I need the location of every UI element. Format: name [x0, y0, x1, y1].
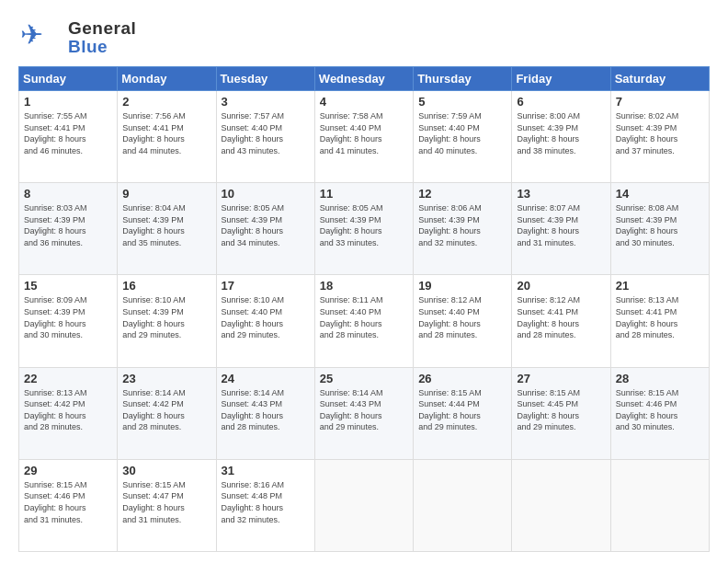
day-info: Sunrise: 8:06 AM Sunset: 4:39 PM Dayligh…	[418, 202, 506, 248]
day-cell	[610, 459, 709, 551]
day-cell: 9Sunrise: 8:04 AM Sunset: 4:39 PM Daylig…	[118, 183, 216, 275]
day-cell: 13Sunrise: 8:07 AM Sunset: 4:39 PM Dayli…	[512, 183, 610, 275]
day-info: Sunrise: 7:58 AM Sunset: 4:40 PM Dayligh…	[320, 110, 408, 156]
col-header-saturday: Saturday	[610, 67, 709, 91]
day-number: 8	[24, 187, 112, 201]
calendar-header-row: SundayMondayTuesdayWednesdayThursdayFrid…	[19, 67, 710, 91]
day-number: 18	[320, 279, 408, 293]
day-info: Sunrise: 8:00 AM Sunset: 4:39 PM Dayligh…	[517, 110, 605, 156]
day-cell: 28Sunrise: 8:15 AM Sunset: 4:46 PM Dayli…	[610, 367, 709, 459]
day-info: Sunrise: 7:59 AM Sunset: 4:40 PM Dayligh…	[418, 110, 506, 156]
day-number: 11	[320, 187, 408, 201]
day-info: Sunrise: 8:13 AM Sunset: 4:41 PM Dayligh…	[616, 294, 704, 340]
day-info: Sunrise: 8:10 AM Sunset: 4:39 PM Dayligh…	[122, 294, 210, 340]
day-info: Sunrise: 8:04 AM Sunset: 4:39 PM Dayligh…	[122, 202, 210, 248]
week-row-5: 29Sunrise: 8:15 AM Sunset: 4:46 PM Dayli…	[19, 459, 710, 551]
day-number: 26	[418, 372, 506, 385]
day-cell: 22Sunrise: 8:13 AM Sunset: 4:42 PM Dayli…	[19, 367, 118, 459]
day-number: 24	[222, 372, 310, 385]
day-cell: 10Sunrise: 8:05 AM Sunset: 4:39 PM Dayli…	[216, 183, 314, 275]
day-number: 22	[24, 372, 112, 385]
header: ✈ General Blue	[18, 15, 710, 59]
week-row-1: 1Sunrise: 7:55 AM Sunset: 4:41 PM Daylig…	[19, 91, 710, 183]
day-number: 5	[418, 95, 506, 109]
day-number: 4	[320, 95, 408, 109]
col-header-monday: Monday	[118, 67, 216, 91]
day-cell: 25Sunrise: 8:14 AM Sunset: 4:43 PM Dayli…	[314, 367, 413, 459]
day-cell: 1Sunrise: 7:55 AM Sunset: 4:41 PM Daylig…	[19, 91, 118, 183]
day-cell: 7Sunrise: 8:02 AM Sunset: 4:39 PM Daylig…	[610, 91, 709, 183]
col-header-sunday: Sunday	[19, 67, 118, 91]
day-number: 1	[24, 95, 112, 109]
day-number: 30	[122, 464, 210, 477]
logo: ✈ General Blue	[18, 15, 136, 59]
day-info: Sunrise: 8:16 AM Sunset: 4:48 PM Dayligh…	[222, 479, 310, 525]
day-cell: 21Sunrise: 8:13 AM Sunset: 4:41 PM Dayli…	[610, 275, 709, 367]
day-info: Sunrise: 8:02 AM Sunset: 4:39 PM Dayligh…	[616, 110, 704, 156]
day-cell: 14Sunrise: 8:08 AM Sunset: 4:39 PM Dayli…	[610, 183, 709, 275]
day-cell: 30Sunrise: 8:15 AM Sunset: 4:47 PM Dayli…	[118, 459, 216, 551]
day-info: Sunrise: 8:05 AM Sunset: 4:39 PM Dayligh…	[222, 202, 310, 248]
day-number: 27	[517, 372, 605, 385]
day-number: 9	[122, 187, 210, 201]
day-cell	[314, 459, 413, 551]
svg-text:✈: ✈	[20, 19, 43, 50]
day-cell: 26Sunrise: 8:15 AM Sunset: 4:44 PM Dayli…	[414, 367, 512, 459]
day-info: Sunrise: 8:10 AM Sunset: 4:40 PM Dayligh…	[222, 294, 310, 340]
day-number: 17	[222, 279, 310, 293]
day-info: Sunrise: 8:09 AM Sunset: 4:39 PM Dayligh…	[24, 294, 112, 340]
logo-svg: ✈	[18, 15, 59, 55]
day-info: Sunrise: 8:15 AM Sunset: 4:44 PM Dayligh…	[418, 387, 506, 433]
day-cell: 11Sunrise: 8:05 AM Sunset: 4:39 PM Dayli…	[314, 183, 413, 275]
day-info: Sunrise: 8:15 AM Sunset: 4:46 PM Dayligh…	[24, 479, 112, 525]
day-number: 21	[616, 279, 704, 293]
day-number: 25	[320, 372, 408, 385]
day-number: 12	[418, 187, 506, 201]
day-info: Sunrise: 8:15 AM Sunset: 4:47 PM Dayligh…	[122, 479, 210, 525]
day-cell: 20Sunrise: 8:12 AM Sunset: 4:41 PM Dayli…	[512, 275, 610, 367]
day-number: 7	[616, 95, 704, 109]
day-number: 14	[616, 187, 704, 201]
week-row-4: 22Sunrise: 8:13 AM Sunset: 4:42 PM Dayli…	[19, 367, 710, 459]
day-info: Sunrise: 7:56 AM Sunset: 4:41 PM Dayligh…	[122, 110, 210, 156]
day-cell: 24Sunrise: 8:14 AM Sunset: 4:43 PM Dayli…	[216, 367, 314, 459]
day-cell: 18Sunrise: 8:11 AM Sunset: 4:40 PM Dayli…	[314, 275, 413, 367]
week-row-3: 15Sunrise: 8:09 AM Sunset: 4:39 PM Dayli…	[19, 275, 710, 367]
logo-general-text: General	[68, 18, 136, 38]
col-header-thursday: Thursday	[414, 67, 512, 91]
day-info: Sunrise: 7:55 AM Sunset: 4:41 PM Dayligh…	[24, 110, 112, 156]
day-number: 31	[222, 464, 310, 477]
day-number: 15	[24, 279, 112, 293]
day-info: Sunrise: 8:15 AM Sunset: 4:46 PM Dayligh…	[616, 387, 704, 433]
day-info: Sunrise: 8:11 AM Sunset: 4:40 PM Dayligh…	[320, 294, 408, 340]
day-cell: 2Sunrise: 7:56 AM Sunset: 4:41 PM Daylig…	[118, 91, 216, 183]
day-info: Sunrise: 8:14 AM Sunset: 4:43 PM Dayligh…	[320, 387, 408, 433]
day-info: Sunrise: 8:07 AM Sunset: 4:39 PM Dayligh…	[517, 202, 605, 248]
week-row-2: 8Sunrise: 8:03 AM Sunset: 4:39 PM Daylig…	[19, 183, 710, 275]
day-info: Sunrise: 8:14 AM Sunset: 4:42 PM Dayligh…	[122, 387, 210, 433]
day-number: 6	[517, 95, 605, 109]
day-info: Sunrise: 7:57 AM Sunset: 4:40 PM Dayligh…	[222, 110, 310, 156]
day-number: 16	[122, 279, 210, 293]
day-cell: 16Sunrise: 8:10 AM Sunset: 4:39 PM Dayli…	[118, 275, 216, 367]
day-info: Sunrise: 8:12 AM Sunset: 4:40 PM Dayligh…	[418, 294, 506, 340]
day-number: 28	[616, 372, 704, 385]
page: ✈ General Blue SundayMondayTuesdayWednes…	[0, 0, 728, 563]
day-number: 29	[24, 464, 112, 477]
day-info: Sunrise: 8:08 AM Sunset: 4:39 PM Dayligh…	[616, 202, 704, 248]
day-cell: 6Sunrise: 8:00 AM Sunset: 4:39 PM Daylig…	[512, 91, 610, 183]
day-cell	[512, 459, 610, 551]
col-header-wednesday: Wednesday	[314, 67, 413, 91]
day-cell: 5Sunrise: 7:59 AM Sunset: 4:40 PM Daylig…	[414, 91, 512, 183]
day-number: 3	[222, 95, 310, 109]
day-info: Sunrise: 8:14 AM Sunset: 4:43 PM Dayligh…	[222, 387, 310, 433]
col-header-tuesday: Tuesday	[216, 67, 314, 91]
day-cell: 29Sunrise: 8:15 AM Sunset: 4:46 PM Dayli…	[19, 459, 118, 551]
day-number: 20	[517, 279, 605, 293]
logo-blue-text: Blue	[68, 38, 136, 55]
day-info: Sunrise: 8:05 AM Sunset: 4:39 PM Dayligh…	[320, 202, 408, 248]
day-number: 19	[418, 279, 506, 293]
day-cell: 17Sunrise: 8:10 AM Sunset: 4:40 PM Dayli…	[216, 275, 314, 367]
calendar: SundayMondayTuesdayWednesdayThursdayFrid…	[18, 66, 710, 552]
day-number: 2	[122, 95, 210, 109]
